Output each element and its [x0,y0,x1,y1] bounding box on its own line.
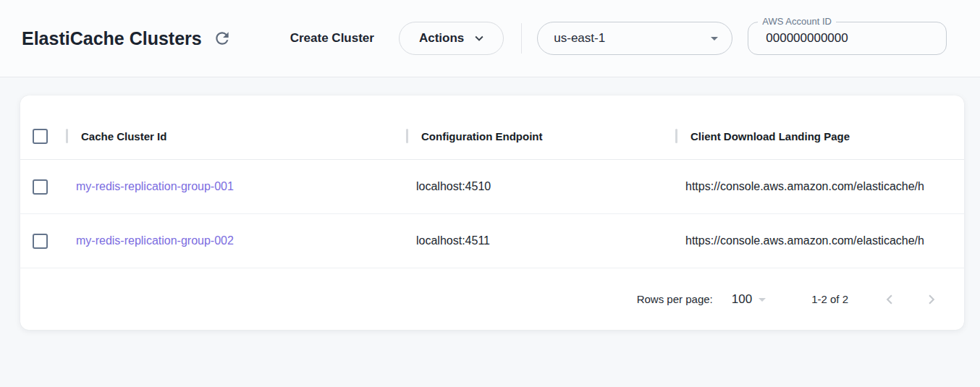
region-select-value: us-east-1 [554,31,605,46]
table-header-row: Cache Cluster Id Configuration Endpoint … [20,113,964,160]
column-header-client-download-landing-page[interactable]: Client Download Landing Page [676,130,964,143]
table-pagination: Rows per page: 100 1-2 of 2 [20,268,964,330]
aws-account-id-label: AWS Account ID [758,16,836,27]
table-row: my-redis-replication-group-002 localhost… [20,214,964,268]
pagination-range-label: 1-2 of 2 [811,293,848,305]
rows-per-page-value: 100 [732,292,752,307]
chevron-down-icon [471,30,487,46]
row-checkbox[interactable] [33,179,48,195]
topbar: ElastiCache Clusters Create Cluster Acti… [0,0,980,77]
chevron-right-icon [922,290,941,309]
select-all-checkbox[interactable] [33,129,48,144]
create-cluster-button[interactable]: Create Cluster [290,31,374,46]
header-checkbox-cell [20,129,67,144]
actions-button[interactable]: Actions [399,22,504,55]
table-row: my-redis-replication-group-001 localhost… [20,160,964,214]
actions-button-label: Actions [419,31,464,46]
column-header-configuration-endpoint[interactable]: Configuration Endpoint [407,130,676,143]
region-select[interactable]: us-east-1 [537,22,732,55]
client-download-landing-page-cell: https://console.aws.amazon.com/elasticac… [676,234,964,247]
next-page-button[interactable] [922,290,941,309]
rows-per-page-select[interactable]: 100 [732,291,771,308]
dropdown-arrow-icon [706,30,723,47]
clusters-table-card: Cache Cluster Id Configuration Endpoint … [20,95,964,330]
refresh-button[interactable] [212,28,232,48]
dropdown-arrow-icon [752,291,771,308]
page-title: ElastiCache Clusters [22,28,202,49]
cache-cluster-id-link[interactable]: my-redis-replication-group-001 [67,180,407,193]
row-checkbox-cell [20,179,67,195]
client-download-landing-page-cell: https://console.aws.amazon.com/elasticac… [676,180,964,193]
configuration-endpoint-cell: localhost:4510 [407,180,676,193]
row-checkbox-cell [20,234,67,249]
rows-per-page-label: Rows per page: [637,293,713,305]
topbar-divider [521,23,522,54]
previous-page-button[interactable] [880,290,899,309]
row-checkbox[interactable] [33,234,48,249]
chevron-left-icon [880,290,899,309]
cache-cluster-id-link[interactable]: my-redis-replication-group-002 [67,234,407,247]
refresh-icon [213,29,232,48]
aws-account-id-field: AWS Account ID [748,22,947,55]
configuration-endpoint-cell: localhost:4511 [407,234,676,247]
column-header-cache-cluster-id[interactable]: Cache Cluster Id [67,130,407,143]
aws-account-id-input[interactable] [748,31,932,46]
